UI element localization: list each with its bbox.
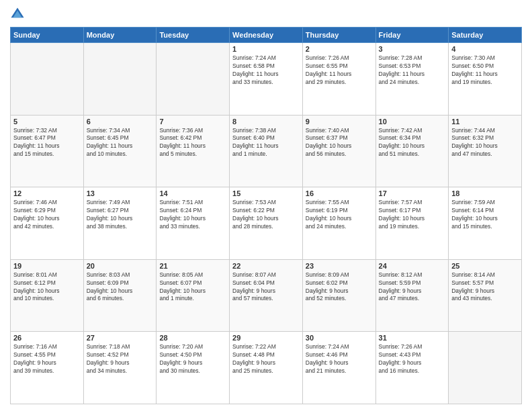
day-number: 6 xyxy=(87,118,154,126)
day-number: 26 xyxy=(13,334,81,342)
day-info: Sunrise: 7:38 AM Sunset: 6:40 PM Dayligh… xyxy=(232,127,300,159)
calendar-header: SundayMondayTuesdayWednesdayThursdayFrid… xyxy=(11,28,522,43)
day-info: Sunrise: 8:01 AM Sunset: 6:12 PM Dayligh… xyxy=(13,271,81,304)
day-number: 16 xyxy=(306,189,373,197)
day-number: 8 xyxy=(232,118,300,126)
day-info: Sunrise: 7:30 AM Sunset: 6:50 PM Dayligh… xyxy=(451,54,519,87)
page: SundayMondayTuesdayWednesdayThursdayFrid… xyxy=(0,0,532,411)
calendar-cell: 17Sunrise: 7:57 AM Sunset: 6:17 PM Dayli… xyxy=(375,187,449,260)
calendar-cell: 2Sunrise: 7:26 AM Sunset: 6:55 PM Daylig… xyxy=(302,43,375,116)
day-info: Sunrise: 7:46 AM Sunset: 6:29 PM Dayligh… xyxy=(13,199,81,231)
calendar-cell: 11Sunrise: 7:44 AM Sunset: 6:32 PM Dayli… xyxy=(449,115,522,187)
day-info: Sunrise: 7:24 AM Sunset: 6:58 PM Dayligh… xyxy=(232,54,300,87)
calendar-cell xyxy=(449,332,522,404)
calendar-body: 1Sunrise: 7:24 AM Sunset: 6:58 PM Daylig… xyxy=(11,43,522,404)
calendar-cell: 24Sunrise: 8:12 AM Sunset: 5:59 PM Dayli… xyxy=(375,259,449,332)
day-number: 23 xyxy=(306,262,373,270)
calendar-cell xyxy=(11,43,84,116)
calendar-cell: 26Sunrise: 7:16 AM Sunset: 4:55 PM Dayli… xyxy=(11,332,84,404)
calendar-cell: 22Sunrise: 8:07 AM Sunset: 6:04 PM Dayli… xyxy=(230,259,303,332)
day-number: 11 xyxy=(451,118,519,126)
day-info: Sunrise: 8:07 AM Sunset: 6:04 PM Dayligh… xyxy=(232,271,300,304)
day-number: 22 xyxy=(232,262,300,270)
calendar-cell: 12Sunrise: 7:46 AM Sunset: 6:29 PM Dayli… xyxy=(11,187,84,260)
day-number: 3 xyxy=(379,45,446,53)
calendar-week-2: 12Sunrise: 7:46 AM Sunset: 6:29 PM Dayli… xyxy=(11,187,522,260)
weekday-header-sunday: Sunday xyxy=(11,28,84,43)
calendar-cell: 20Sunrise: 8:03 AM Sunset: 6:09 PM Dayli… xyxy=(83,259,157,332)
day-info: Sunrise: 7:55 AM Sunset: 6:19 PM Dayligh… xyxy=(306,199,373,231)
day-info: Sunrise: 7:16 AM Sunset: 4:55 PM Dayligh… xyxy=(13,343,81,375)
calendar-cell: 10Sunrise: 7:42 AM Sunset: 6:34 PM Dayli… xyxy=(375,115,449,187)
day-info: Sunrise: 7:51 AM Sunset: 6:24 PM Dayligh… xyxy=(159,199,226,231)
day-number: 7 xyxy=(159,118,226,126)
day-number: 13 xyxy=(87,189,154,197)
day-info: Sunrise: 8:09 AM Sunset: 6:02 PM Dayligh… xyxy=(306,271,373,304)
weekday-header-tuesday: Tuesday xyxy=(157,28,230,43)
day-info: Sunrise: 7:53 AM Sunset: 6:22 PM Dayligh… xyxy=(232,199,300,231)
calendar-cell: 13Sunrise: 7:49 AM Sunset: 6:27 PM Dayli… xyxy=(83,187,157,260)
calendar-cell: 30Sunrise: 7:24 AM Sunset: 4:46 PM Dayli… xyxy=(302,332,375,404)
calendar-week-3: 19Sunrise: 8:01 AM Sunset: 6:12 PM Dayli… xyxy=(11,259,522,332)
calendar-cell: 1Sunrise: 7:24 AM Sunset: 6:58 PM Daylig… xyxy=(230,43,303,116)
header xyxy=(10,7,522,21)
weekday-header-row: SundayMondayTuesdayWednesdayThursdayFrid… xyxy=(11,28,522,43)
calendar-cell: 25Sunrise: 8:14 AM Sunset: 5:57 PM Dayli… xyxy=(449,259,522,332)
day-number: 17 xyxy=(379,189,446,197)
calendar-week-1: 5Sunrise: 7:32 AM Sunset: 6:47 PM Daylig… xyxy=(11,115,522,187)
day-info: Sunrise: 7:26 AM Sunset: 6:55 PM Dayligh… xyxy=(306,54,373,87)
calendar-cell xyxy=(157,43,230,116)
weekday-header-saturday: Saturday xyxy=(449,28,522,43)
calendar-cell: 7Sunrise: 7:36 AM Sunset: 6:42 PM Daylig… xyxy=(157,115,230,187)
day-number: 15 xyxy=(232,189,300,197)
calendar-cell: 27Sunrise: 7:18 AM Sunset: 4:52 PM Dayli… xyxy=(83,332,157,404)
calendar-cell: 3Sunrise: 7:28 AM Sunset: 6:53 PM Daylig… xyxy=(375,43,449,116)
day-number: 30 xyxy=(306,334,373,342)
calendar-cell: 31Sunrise: 7:26 AM Sunset: 4:43 PM Dayli… xyxy=(375,332,449,404)
day-number: 25 xyxy=(451,262,519,270)
day-number: 14 xyxy=(159,189,226,197)
calendar-cell xyxy=(83,43,157,116)
day-info: Sunrise: 8:03 AM Sunset: 6:09 PM Dayligh… xyxy=(87,271,154,304)
calendar-cell: 28Sunrise: 7:20 AM Sunset: 4:50 PM Dayli… xyxy=(157,332,230,404)
calendar-cell: 4Sunrise: 7:30 AM Sunset: 6:50 PM Daylig… xyxy=(449,43,522,116)
calendar-cell: 29Sunrise: 7:22 AM Sunset: 4:48 PM Dayli… xyxy=(230,332,303,404)
day-number: 24 xyxy=(379,262,446,270)
calendar-week-0: 1Sunrise: 7:24 AM Sunset: 6:58 PM Daylig… xyxy=(11,43,522,116)
weekday-header-thursday: Thursday xyxy=(302,28,375,43)
calendar-cell: 15Sunrise: 7:53 AM Sunset: 6:22 PM Dayli… xyxy=(230,187,303,260)
day-info: Sunrise: 7:18 AM Sunset: 4:52 PM Dayligh… xyxy=(87,343,154,375)
day-number: 27 xyxy=(87,334,154,342)
day-number: 29 xyxy=(232,334,300,342)
day-info: Sunrise: 7:32 AM Sunset: 6:47 PM Dayligh… xyxy=(13,127,81,159)
day-number: 5 xyxy=(13,118,81,126)
day-number: 21 xyxy=(159,262,226,270)
calendar-cell: 19Sunrise: 8:01 AM Sunset: 6:12 PM Dayli… xyxy=(11,259,84,332)
day-number: 31 xyxy=(379,334,446,342)
weekday-header-friday: Friday xyxy=(375,28,449,43)
calendar-cell: 21Sunrise: 8:05 AM Sunset: 6:07 PM Dayli… xyxy=(157,259,230,332)
weekday-header-monday: Monday xyxy=(83,28,157,43)
day-number: 2 xyxy=(306,45,373,53)
logo-icon xyxy=(10,7,25,21)
day-number: 10 xyxy=(379,118,446,126)
calendar-cell: 8Sunrise: 7:38 AM Sunset: 6:40 PM Daylig… xyxy=(230,115,303,187)
calendar-cell: 5Sunrise: 7:32 AM Sunset: 6:47 PM Daylig… xyxy=(11,115,84,187)
day-info: Sunrise: 7:34 AM Sunset: 6:45 PM Dayligh… xyxy=(87,127,154,159)
day-number: 12 xyxy=(13,189,81,197)
day-number: 18 xyxy=(451,189,519,197)
day-number: 19 xyxy=(13,262,81,270)
day-info: Sunrise: 7:40 AM Sunset: 6:37 PM Dayligh… xyxy=(306,127,373,159)
weekday-header-wednesday: Wednesday xyxy=(230,28,303,43)
calendar-table: SundayMondayTuesdayWednesdayThursdayFrid… xyxy=(10,27,522,404)
day-info: Sunrise: 7:28 AM Sunset: 6:53 PM Dayligh… xyxy=(379,54,446,87)
day-info: Sunrise: 7:49 AM Sunset: 6:27 PM Dayligh… xyxy=(87,199,154,231)
calendar-cell: 9Sunrise: 7:40 AM Sunset: 6:37 PM Daylig… xyxy=(302,115,375,187)
day-info: Sunrise: 7:22 AM Sunset: 4:48 PM Dayligh… xyxy=(232,343,300,375)
day-info: Sunrise: 7:42 AM Sunset: 6:34 PM Dayligh… xyxy=(379,127,446,159)
day-info: Sunrise: 7:44 AM Sunset: 6:32 PM Dayligh… xyxy=(451,127,519,159)
calendar-cell: 16Sunrise: 7:55 AM Sunset: 6:19 PM Dayli… xyxy=(302,187,375,260)
day-info: Sunrise: 7:57 AM Sunset: 6:17 PM Dayligh… xyxy=(379,199,446,231)
day-info: Sunrise: 7:20 AM Sunset: 4:50 PM Dayligh… xyxy=(159,343,226,375)
calendar-cell: 18Sunrise: 7:59 AM Sunset: 6:14 PM Dayli… xyxy=(449,187,522,260)
